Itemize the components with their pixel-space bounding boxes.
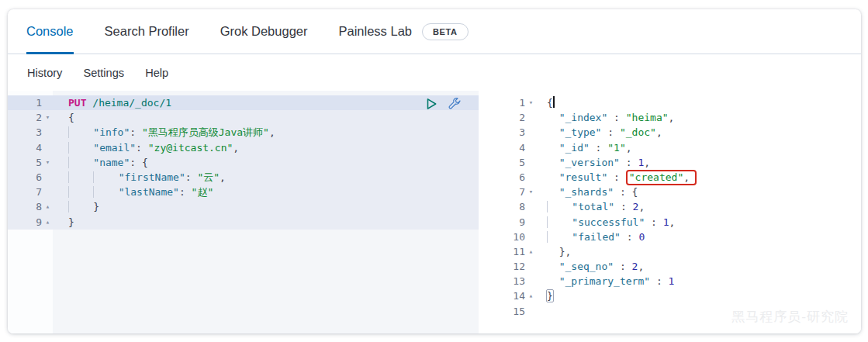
code-token: "_index" bbox=[559, 112, 608, 123]
fold-spacer bbox=[525, 140, 537, 155]
code-token: , bbox=[269, 126, 275, 138]
code-token: : bbox=[614, 261, 631, 272]
tab-search-profiler-label: Search Profiler bbox=[105, 24, 189, 39]
code-token: , bbox=[626, 142, 632, 154]
fold-spacer bbox=[42, 140, 54, 155]
request-code-line: 6 "firstName": "云", bbox=[8, 170, 479, 185]
code-content: "total" : 2, bbox=[537, 199, 861, 214]
code-token: : bbox=[650, 275, 668, 287]
request-editor[interactable]: 1PUT /heima/_doc/12▾{3 "info": "黑马程序员高级J… bbox=[8, 91, 479, 333]
code-token: "_type" bbox=[559, 126, 602, 138]
code-token: , bbox=[683, 171, 690, 183]
fold-toggle-icon[interactable]: ▴ bbox=[42, 199, 54, 214]
code-token: , bbox=[644, 157, 650, 168]
code-token: , bbox=[656, 126, 662, 138]
request-code-line: 2▾{ bbox=[8, 110, 479, 125]
response-code-line: 13 "_primary_term" : 1 bbox=[502, 274, 861, 288]
code-content: "_seq_no" : 2, bbox=[537, 259, 861, 274]
response-code-line: 12 "_seq_no" : 2, bbox=[502, 259, 861, 274]
code-token: , bbox=[233, 142, 239, 154]
code-token bbox=[547, 261, 559, 272]
panel-resizer[interactable] bbox=[479, 91, 502, 333]
request-code-line: 4 "email": "zy@itcast.cn", bbox=[8, 140, 479, 155]
code-token bbox=[547, 231, 560, 243]
request-code-line: 9▴} bbox=[8, 215, 479, 230]
line-number: 1 bbox=[8, 95, 42, 110]
response-code-line: 10 "failed" : 0 bbox=[502, 230, 861, 244]
line-number: 7 bbox=[502, 185, 525, 199]
code-token: : bbox=[130, 126, 142, 138]
code-token: "email" bbox=[93, 142, 136, 154]
response-code-line: 2 "_index" : "heima", bbox=[502, 110, 861, 125]
line-number: 2 bbox=[8, 110, 42, 125]
fold-toggle-icon[interactable]: ▾ bbox=[42, 110, 54, 125]
line-number: 3 bbox=[502, 125, 525, 140]
code-token: "赵" bbox=[192, 186, 214, 198]
code-content: "successful" : 1, bbox=[537, 215, 861, 230]
fold-toggle-icon[interactable]: ▾ bbox=[525, 95, 537, 110]
console-editors: 1PUT /heima/_doc/12▾{3 "info": "黑马程序员高级J… bbox=[8, 91, 861, 333]
code-token: "黑马程序员高级Java讲师" bbox=[142, 126, 269, 138]
request-options-wrench-icon[interactable] bbox=[448, 97, 462, 111]
code-token: : bbox=[185, 171, 198, 183]
tab-search-profiler[interactable]: Search Profiler bbox=[105, 9, 189, 54]
code-content: "name": { bbox=[54, 155, 479, 170]
code-token bbox=[547, 275, 559, 287]
response-code-line: 11▴ }, bbox=[502, 244, 861, 259]
request-code-line: 3 "info": "黑马程序员高级Java讲师", bbox=[8, 125, 479, 140]
code-token: "heima" bbox=[626, 112, 669, 123]
tab-grok-debugger[interactable]: Grok Debugger bbox=[220, 9, 308, 54]
code-content: "_shards" : { bbox=[537, 185, 861, 199]
code-token bbox=[68, 126, 93, 138]
line-number: 5 bbox=[8, 155, 42, 170]
response-code-line: 5 "_version" : 1, bbox=[502, 155, 861, 170]
code-token bbox=[560, 216, 572, 228]
code-token: : bbox=[601, 126, 619, 138]
code-token bbox=[547, 157, 559, 168]
code-token: PUT bbox=[68, 97, 86, 109]
console-app-panel: Console Search Profiler Grok Debugger Pa… bbox=[8, 9, 861, 333]
send-request-play-icon[interactable] bbox=[424, 97, 438, 111]
code-token: "lastName" bbox=[119, 186, 179, 198]
code-token: : bbox=[179, 186, 192, 198]
fold-toggle-icon[interactable]: ▾ bbox=[42, 155, 54, 170]
line-number: 8 bbox=[502, 199, 525, 214]
request-code-line: 5▾ "name": { bbox=[8, 155, 479, 170]
code-content: "failed" : 0 bbox=[537, 230, 861, 244]
code-content: } bbox=[54, 215, 479, 230]
line-number: 6 bbox=[8, 170, 42, 185]
settings-button[interactable]: Settings bbox=[83, 67, 124, 79]
code-content: "_version" : 1, bbox=[537, 155, 861, 170]
code-token: : bbox=[645, 216, 662, 228]
code-content: { bbox=[537, 95, 861, 110]
request-actions bbox=[424, 97, 462, 111]
code-token bbox=[93, 186, 118, 198]
response-code-line: 3 "_type" : "_doc", bbox=[502, 125, 861, 140]
tab-painless-lab[interactable]: Painless Lab BETA bbox=[339, 9, 469, 54]
tab-console[interactable]: Console bbox=[26, 9, 74, 54]
response-viewer[interactable]: 1▾{2 "_index" : "heima",3 "_type" : "_do… bbox=[502, 91, 861, 333]
history-button[interactable]: History bbox=[27, 67, 62, 79]
console-menu-bar: History Settings Help bbox=[8, 54, 861, 91]
code-token: : { bbox=[130, 157, 147, 168]
code-token bbox=[93, 171, 118, 183]
code-token: , bbox=[669, 112, 675, 123]
code-content: "_type" : "_doc", bbox=[537, 125, 861, 140]
response-code-line: 1▾{ bbox=[502, 95, 861, 110]
code-token: , bbox=[669, 216, 676, 228]
code-token: : bbox=[607, 171, 625, 183]
help-button[interactable]: Help bbox=[145, 67, 168, 79]
response-code-line: 7▾ "_shards" : { bbox=[502, 185, 861, 199]
code-content: "info": "黑马程序员高级Java讲师", bbox=[54, 125, 479, 140]
code-content: "firstName": "云", bbox=[54, 170, 479, 185]
fold-toggle-icon[interactable]: ▴ bbox=[525, 244, 537, 259]
line-number: 11 bbox=[502, 244, 525, 259]
code-content: "_index" : "heima", bbox=[537, 110, 861, 125]
code-content: }, bbox=[537, 244, 861, 259]
fold-toggle-icon[interactable]: ▴ bbox=[42, 215, 54, 230]
request-code-line: 1PUT /heima/_doc/1 bbox=[8, 95, 479, 110]
code-token bbox=[560, 201, 572, 212]
fold-toggle-icon[interactable]: ▴ bbox=[525, 288, 537, 303]
line-number: 14 bbox=[502, 288, 525, 303]
fold-toggle-icon[interactable]: ▾ bbox=[525, 185, 537, 199]
